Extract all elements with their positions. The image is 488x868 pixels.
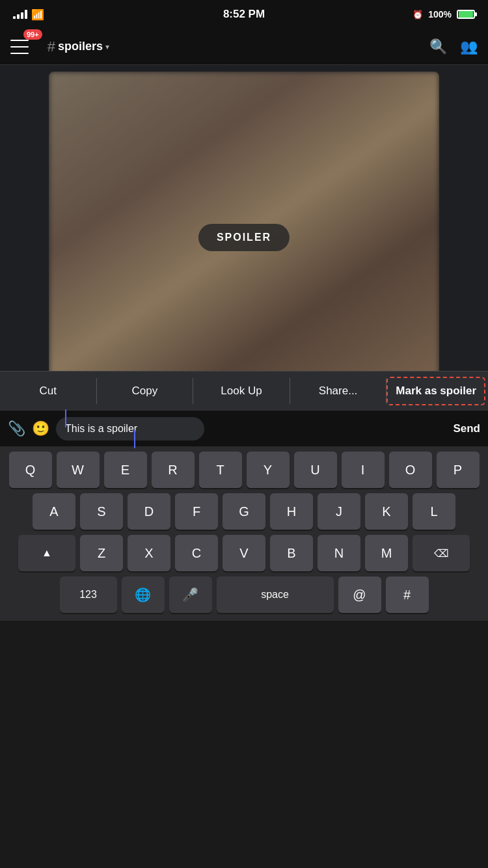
battery-percent: 100% xyxy=(428,9,452,20)
key-j[interactable]: J xyxy=(318,493,360,530)
spoiler-button[interactable]: SPOILER xyxy=(198,224,290,251)
send-button[interactable]: Send xyxy=(453,422,480,435)
nav-bar: 99+ # spoilers ▾ 🔍 👥 xyxy=(0,29,488,65)
share-button[interactable]: Share... xyxy=(290,378,387,404)
channel-name[interactable]: # spoilers ▾ xyxy=(47,38,429,55)
selection-handle-left xyxy=(65,409,66,427)
context-menu-bar: Cut Copy Look Up Share... Mark as spoile… xyxy=(0,371,488,410)
key-u[interactable]: U xyxy=(294,452,337,488)
hash-key[interactable]: # xyxy=(386,576,429,613)
key-e[interactable]: E xyxy=(104,452,147,488)
lookup-button[interactable]: Look Up xyxy=(193,378,290,404)
numbers-key[interactable]: 123 xyxy=(60,576,117,613)
copy-button[interactable]: Copy xyxy=(97,378,194,404)
chevron-down-icon: ▾ xyxy=(105,42,109,51)
mic-key[interactable]: 🎤 xyxy=(169,576,212,613)
key-q[interactable]: Q xyxy=(9,452,52,488)
key-k[interactable]: K xyxy=(365,493,408,530)
key-y[interactable]: Y xyxy=(247,452,290,488)
key-l[interactable]: L xyxy=(413,493,455,530)
channel-title: spoilers xyxy=(58,40,103,53)
globe-key[interactable]: 🌐 xyxy=(122,576,165,613)
keyboard-row-2: A S D F G H J K L xyxy=(0,493,488,530)
key-t[interactable]: T xyxy=(199,452,242,488)
wifi-icon: 📶 xyxy=(31,8,44,21)
search-icon[interactable]: 🔍 xyxy=(429,38,447,55)
key-f[interactable]: F xyxy=(175,493,218,530)
keyboard: Q W E R T Y U I O P A S D F G H J K L ▲ … xyxy=(0,446,488,621)
signal-icon xyxy=(13,10,27,19)
key-p[interactable]: P xyxy=(437,452,480,488)
status-right: ⏰ 100% xyxy=(413,9,475,20)
attachment-icon[interactable]: 📎 xyxy=(8,420,25,437)
spoiler-image-container[interactable]: SPOILER xyxy=(49,72,439,403)
shift-key[interactable]: ▲ xyxy=(18,535,75,571)
key-a[interactable]: A xyxy=(33,493,75,530)
status-bar: 📶 8:52 PM ⏰ 100% xyxy=(0,0,488,29)
key-z[interactable]: Z xyxy=(80,535,123,571)
key-x[interactable]: X xyxy=(128,535,170,571)
hash-icon: # xyxy=(47,38,55,55)
key-v[interactable]: V xyxy=(223,535,265,571)
menu-button[interactable]: 99+ xyxy=(10,40,42,54)
key-r[interactable]: R xyxy=(152,452,195,488)
nav-actions: 🔍 👥 xyxy=(429,38,478,55)
keyboard-row-4: 123 🌐 🎤 space @ # xyxy=(0,576,488,613)
key-i[interactable]: I xyxy=(342,452,385,488)
status-time: 8:52 PM xyxy=(223,8,265,21)
space-key[interactable]: space xyxy=(217,576,334,613)
keyboard-row-3: ▲ Z X C V B N M ⌫ xyxy=(0,535,488,571)
key-c[interactable]: C xyxy=(175,535,218,571)
message-input[interactable] xyxy=(56,417,204,441)
key-m[interactable]: M xyxy=(365,535,408,571)
key-d[interactable]: D xyxy=(128,493,170,530)
key-g[interactable]: G xyxy=(223,493,265,530)
key-s[interactable]: S xyxy=(80,493,123,530)
emoji-icon[interactable]: 🙂 xyxy=(32,420,49,437)
at-key[interactable]: @ xyxy=(338,576,381,613)
selection-handle-right xyxy=(134,430,135,448)
status-left: 📶 xyxy=(13,8,44,21)
key-n[interactable]: N xyxy=(318,535,360,571)
key-h[interactable]: H xyxy=(270,493,313,530)
battery-icon xyxy=(457,10,475,19)
message-input-area: 📎 🙂 Send xyxy=(0,410,488,446)
alarm-icon: ⏰ xyxy=(413,10,423,20)
keyboard-row-1: Q W E R T Y U I O P xyxy=(0,452,488,488)
text-input-wrapper xyxy=(56,417,446,441)
key-w[interactable]: W xyxy=(57,452,100,488)
key-o[interactable]: O xyxy=(389,452,432,488)
mark-as-spoiler-button[interactable]: Mark as spoiler xyxy=(386,377,485,405)
hamburger-icon[interactable] xyxy=(10,40,29,54)
backspace-key[interactable]: ⌫ xyxy=(413,535,470,571)
key-b[interactable]: B xyxy=(270,535,313,571)
chat-area: SPOILER Cut Copy Look Up Share... Mark a… xyxy=(0,65,488,410)
members-icon[interactable]: 👥 xyxy=(460,38,478,55)
notification-badge: 99+ xyxy=(23,29,42,40)
cut-button[interactable]: Cut xyxy=(0,378,97,404)
